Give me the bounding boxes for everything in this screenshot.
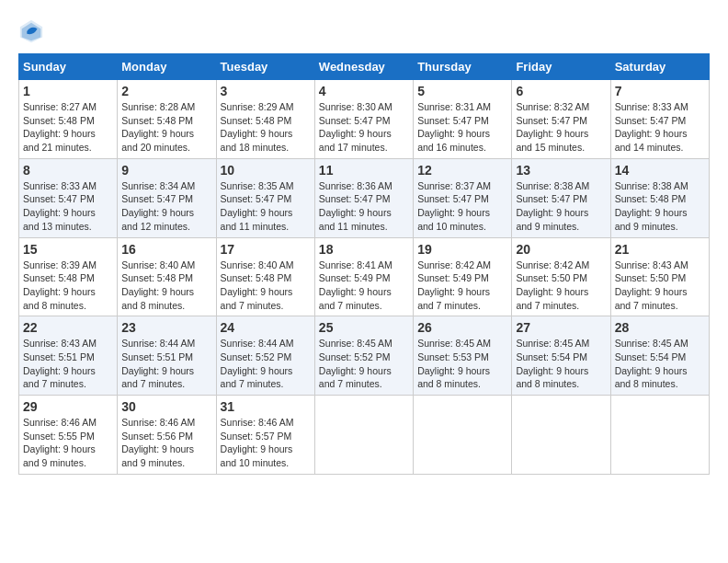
sunrise-label: Sunrise: 8:33 AM (23, 180, 97, 191)
calendar-week-row: 29 Sunrise: 8:46 AM Sunset: 5:55 PM Dayl… (19, 396, 710, 475)
sunrise-label: Sunrise: 8:35 AM (221, 180, 294, 191)
sunset-label: Sunset: 5:47 PM (417, 193, 489, 204)
sunrise-label: Sunrise: 8:43 AM (615, 259, 688, 270)
sunrise-label: Sunrise: 8:34 AM (121, 180, 195, 191)
day-info: Sunrise: 8:41 AM Sunset: 5:49 PM Dayligh… (319, 259, 409, 313)
daylight-label: Daylight: 9 hours and 18 minutes. (221, 128, 293, 153)
day-info: Sunrise: 8:42 AM Sunset: 5:49 PM Dayligh… (417, 259, 507, 313)
day-info: Sunrise: 8:30 AM Sunset: 5:47 PM Dayligh… (319, 100, 409, 155)
calendar-cell: 17 Sunrise: 8:40 AM Sunset: 5:48 PM Dayl… (216, 237, 314, 316)
day-info: Sunrise: 8:42 AM Sunset: 5:50 PM Dayligh… (516, 259, 606, 313)
calendar-cell (512, 396, 610, 475)
weekday-header: Wednesday (314, 54, 413, 80)
day-info: Sunrise: 8:46 AM Sunset: 5:57 PM Dayligh… (221, 416, 311, 470)
daylight-label: Daylight: 9 hours and 7 minutes. (221, 286, 293, 311)
day-number: 15 (23, 242, 113, 257)
sunset-label: Sunset: 5:47 PM (417, 115, 489, 126)
daylight-label: Daylight: 9 hours and 17 minutes. (319, 128, 392, 153)
sunset-label: Sunset: 5:50 PM (516, 272, 587, 283)
day-number: 14 (615, 163, 705, 178)
daylight-label: Daylight: 9 hours and 8 minutes. (615, 365, 688, 390)
weekday-header-row: SundayMondayTuesdayWednesdayThursdayFrid… (19, 54, 710, 80)
sunset-label: Sunset: 5:47 PM (121, 193, 193, 204)
weekday-header: Sunday (19, 54, 118, 80)
day-number: 22 (23, 320, 113, 335)
weekday-header: Thursday (414, 54, 512, 80)
sunrise-label: Sunrise: 8:45 AM (417, 338, 491, 349)
daylight-label: Daylight: 9 hours and 21 minutes. (23, 128, 96, 153)
sunrise-label: Sunrise: 8:32 AM (516, 101, 589, 112)
calendar-cell: 29 Sunrise: 8:46 AM Sunset: 5:55 PM Dayl… (19, 396, 118, 475)
calendar-cell: 8 Sunrise: 8:33 AM Sunset: 5:47 PM Dayli… (19, 158, 118, 237)
daylight-label: Daylight: 9 hours and 7 minutes. (23, 365, 96, 390)
day-info: Sunrise: 8:46 AM Sunset: 5:55 PM Dayligh… (23, 416, 113, 470)
day-number: 24 (221, 320, 311, 335)
day-info: Sunrise: 8:37 AM Sunset: 5:47 PM Dayligh… (417, 179, 507, 234)
calendar-cell: 9 Sunrise: 8:34 AM Sunset: 5:47 PM Dayli… (118, 158, 216, 237)
day-number: 7 (615, 84, 705, 98)
sunset-label: Sunset: 5:51 PM (23, 351, 95, 362)
sunset-label: Sunset: 5:51 PM (121, 351, 193, 362)
daylight-label: Daylight: 9 hours and 9 minutes. (121, 443, 194, 468)
calendar-cell: 10 Sunrise: 8:35 AM Sunset: 5:47 PM Dayl… (216, 158, 314, 237)
calendar-cell: 4 Sunrise: 8:30 AM Sunset: 5:47 PM Dayli… (314, 80, 413, 159)
calendar-cell: 7 Sunrise: 8:33 AM Sunset: 5:47 PM Dayli… (610, 80, 709, 159)
calendar-cell (314, 396, 413, 475)
sunset-label: Sunset: 5:49 PM (319, 272, 391, 283)
calendar-cell: 23 Sunrise: 8:44 AM Sunset: 5:51 PM Dayl… (118, 316, 216, 396)
daylight-label: Daylight: 9 hours and 14 minutes. (615, 128, 688, 153)
sunset-label: Sunset: 5:47 PM (516, 193, 587, 204)
day-number: 13 (516, 163, 606, 178)
sunrise-label: Sunrise: 8:44 AM (221, 338, 294, 349)
sunrise-label: Sunrise: 8:37 AM (417, 180, 491, 191)
day-number: 17 (221, 242, 311, 257)
sunrise-label: Sunrise: 8:43 AM (23, 338, 97, 349)
day-info: Sunrise: 8:45 AM Sunset: 5:53 PM Dayligh… (417, 337, 507, 391)
logo-icon (18, 18, 44, 44)
day-info: Sunrise: 8:33 AM Sunset: 5:47 PM Dayligh… (23, 179, 113, 234)
day-info: Sunrise: 8:32 AM Sunset: 5:47 PM Dayligh… (516, 100, 606, 155)
calendar-cell: 18 Sunrise: 8:41 AM Sunset: 5:49 PM Dayl… (314, 237, 413, 316)
calendar-cell: 27 Sunrise: 8:45 AM Sunset: 5:54 PM Dayl… (512, 316, 610, 396)
calendar-week-row: 22 Sunrise: 8:43 AM Sunset: 5:51 PM Dayl… (19, 316, 710, 396)
daylight-label: Daylight: 9 hours and 13 minutes. (23, 207, 96, 232)
daylight-label: Daylight: 9 hours and 7 minutes. (417, 286, 490, 311)
day-info: Sunrise: 8:34 AM Sunset: 5:47 PM Dayligh… (121, 179, 211, 234)
calendar-cell: 11 Sunrise: 8:36 AM Sunset: 5:47 PM Dayl… (314, 158, 413, 237)
calendar-cell: 24 Sunrise: 8:44 AM Sunset: 5:52 PM Dayl… (216, 316, 314, 396)
sunrise-label: Sunrise: 8:40 AM (221, 259, 294, 270)
daylight-label: Daylight: 9 hours and 9 minutes. (615, 207, 688, 232)
sunrise-label: Sunrise: 8:46 AM (121, 417, 195, 428)
day-number: 18 (319, 242, 409, 257)
calendar-cell: 30 Sunrise: 8:46 AM Sunset: 5:56 PM Dayl… (118, 396, 216, 475)
calendar-cell: 26 Sunrise: 8:45 AM Sunset: 5:53 PM Dayl… (414, 316, 512, 396)
sunrise-label: Sunrise: 8:45 AM (516, 338, 589, 349)
day-number: 19 (417, 242, 507, 257)
day-number: 4 (319, 84, 409, 98)
calendar-week-row: 8 Sunrise: 8:33 AM Sunset: 5:47 PM Dayli… (19, 158, 710, 237)
day-info: Sunrise: 8:40 AM Sunset: 5:48 PM Dayligh… (221, 259, 311, 313)
weekday-header: Saturday (610, 54, 709, 80)
sunrise-label: Sunrise: 8:38 AM (615, 180, 688, 191)
daylight-label: Daylight: 9 hours and 7 minutes. (319, 286, 392, 311)
day-number: 21 (615, 242, 705, 257)
day-number: 5 (417, 84, 507, 98)
day-number: 8 (23, 163, 113, 178)
day-info: Sunrise: 8:28 AM Sunset: 5:48 PM Dayligh… (121, 100, 211, 155)
calendar-cell: 3 Sunrise: 8:29 AM Sunset: 5:48 PM Dayli… (216, 80, 314, 159)
sunset-label: Sunset: 5:47 PM (221, 193, 292, 204)
calendar-cell: 2 Sunrise: 8:28 AM Sunset: 5:48 PM Dayli… (118, 80, 216, 159)
calendar-cell: 25 Sunrise: 8:45 AM Sunset: 5:52 PM Dayl… (314, 316, 413, 396)
sunset-label: Sunset: 5:57 PM (221, 431, 292, 442)
sunset-label: Sunset: 5:48 PM (221, 272, 292, 283)
daylight-label: Daylight: 9 hours and 7 minutes. (516, 286, 588, 311)
sunrise-label: Sunrise: 8:42 AM (417, 259, 491, 270)
sunset-label: Sunset: 5:49 PM (417, 272, 489, 283)
calendar-week-row: 15 Sunrise: 8:39 AM Sunset: 5:48 PM Dayl… (19, 237, 710, 316)
daylight-label: Daylight: 9 hours and 8 minutes. (417, 365, 490, 390)
daylight-label: Daylight: 9 hours and 11 minutes. (319, 207, 392, 232)
sunrise-label: Sunrise: 8:28 AM (121, 101, 195, 112)
day-info: Sunrise: 8:44 AM Sunset: 5:51 PM Dayligh… (121, 337, 211, 391)
calendar-cell (414, 396, 512, 475)
day-number: 27 (516, 320, 606, 335)
